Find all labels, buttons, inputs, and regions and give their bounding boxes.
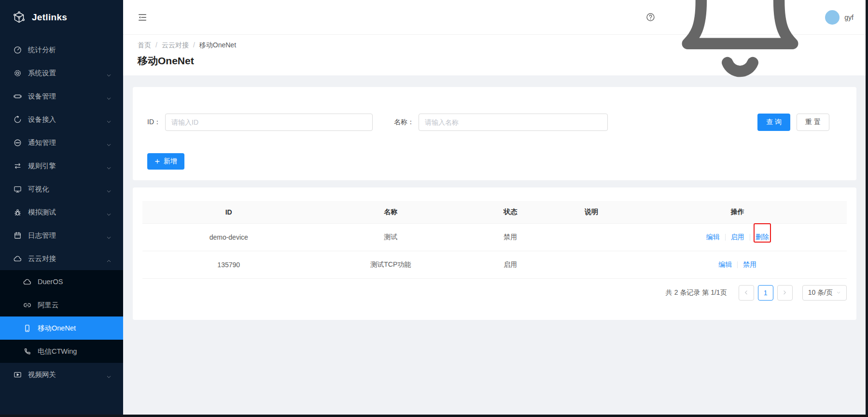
sidebar-item-log-management[interactable]: 日志管理 (0, 224, 123, 247)
sidebar-item-mobile-onenet[interactable]: 移动OneNet (0, 316, 123, 340)
notification-bell[interactable]: 99+ (668, 0, 812, 90)
reset-button[interactable]: 重 置 (797, 114, 829, 131)
action-delete[interactable]: 删除 (756, 233, 769, 241)
bell-icon (668, 83, 812, 90)
breadcrumb-item: 移动OneNet (199, 41, 236, 49)
sidebar-item-stats-analysis[interactable]: 统计分析 (0, 38, 123, 61)
chevron-down-icon (106, 373, 112, 376)
avatar[interactable] (825, 10, 840, 25)
action-enable[interactable]: 启用 (731, 233, 744, 241)
sidebar-item-device-management[interactable]: 设备管理 (0, 85, 123, 108)
column-header: 说明 (555, 201, 629, 223)
cell-name: 测试 (315, 223, 466, 251)
chevron-left-icon (744, 290, 748, 295)
sidebar-item-notification-management[interactable]: 通知管理 (0, 131, 123, 154)
chevron-right-icon (783, 290, 787, 295)
message-icon (14, 139, 22, 147)
action-edit[interactable]: 编辑 (706, 233, 720, 241)
column-header: 操作 (629, 201, 847, 223)
column-header: 名称 (315, 201, 466, 223)
prev-page-button[interactable] (739, 285, 754, 301)
phone-icon (23, 347, 31, 356)
app-window: Jetlinks 统计分析系统设置设备管理设备接入通知管理规则引擎可视化模拟测试… (0, 0, 868, 417)
access-icon (14, 115, 22, 124)
next-page-button[interactable] (777, 285, 793, 301)
query-button[interactable]: 查 询 (757, 114, 790, 131)
submenu-cloud-cloud-connect: DuerOS阿里云移动OneNet电信CTWing (0, 270, 123, 363)
column-header: ID (142, 201, 315, 223)
chevron-down-icon (106, 164, 112, 168)
sidebar-item-rule-engine[interactable]: 规则引擎 (0, 154, 123, 177)
table-card: ID名称状态说明操作 demo-device测试禁用编辑启用删除135790测试… (133, 187, 856, 320)
breadcrumb-item[interactable]: 云云对接 (162, 41, 189, 49)
main-area: 99+ gyf 首页/云云对接/移动OneNet 移动OneNet ID： 名称… (123, 0, 868, 417)
cell-id: 135790 (142, 251, 315, 278)
sidebar: Jetlinks 统计分析系统设置设备管理设备接入通知管理规则引擎可视化模拟测试… (0, 0, 123, 417)
cloud-icon (23, 278, 31, 286)
column-header: 状态 (466, 201, 554, 223)
sidebar-item-label: 云云对接 (28, 254, 106, 263)
name-input[interactable] (419, 114, 608, 131)
sidebar-item-system-settings[interactable]: 系统设置 (0, 61, 123, 85)
chevron-down-icon (106, 187, 112, 191)
add-button[interactable]: 新增 (147, 153, 184, 170)
table-row: demo-device测试禁用编辑启用删除 (142, 223, 847, 251)
sidebar-item-cloud-cloud-connect[interactable]: 云云对接 (0, 247, 123, 270)
chevron-down-icon (836, 291, 841, 294)
action-divider (737, 261, 738, 268)
data-table: ID名称状态说明操作 demo-device测试禁用编辑启用删除135790测试… (142, 201, 847, 279)
menu-fold-icon[interactable] (138, 13, 147, 22)
id-input[interactable] (165, 114, 373, 131)
action-divider (725, 234, 726, 241)
cell-name: 测试TCP功能 (315, 251, 466, 278)
gauge-icon (14, 46, 22, 54)
chevron-down-icon (106, 94, 112, 98)
table-body: demo-device测试禁用编辑启用删除135790测试TCP功能启用编辑禁用 (142, 223, 847, 278)
search-card: ID： 名称： 查 询 重 置 新增 (133, 87, 856, 180)
chevron-up-icon (106, 257, 112, 260)
sidebar-item-label: 设备管理 (28, 92, 106, 101)
cell-status: 启用 (466, 251, 554, 278)
breadcrumb-separator: / (193, 41, 195, 49)
page-size-value: 10 条/页 (808, 288, 833, 297)
cell-id: demo-device (142, 223, 315, 251)
action-divider (750, 234, 750, 241)
mobile-icon (23, 324, 31, 332)
sidebar-item-label: 设备接入 (28, 115, 106, 124)
action-edit[interactable]: 编辑 (718, 260, 732, 268)
sidebar-item-label: 可视化 (28, 185, 106, 194)
chevron-down-icon (106, 141, 112, 144)
app-title: Jetlinks (32, 12, 67, 23)
sidebar-item-video-gateway[interactable]: 视频网关 (0, 363, 123, 386)
page-size-select[interactable]: 10 条/页 (802, 285, 847, 301)
id-label: ID： (147, 118, 161, 127)
top-header: 99+ gyf (123, 0, 868, 35)
name-label: 名称： (394, 118, 414, 127)
cell-status: 禁用 (466, 223, 554, 251)
page-1-button[interactable]: 1 (758, 285, 773, 301)
sidebar-item-visualization[interactable]: 可视化 (0, 177, 123, 201)
sidebar-item-device-access[interactable]: 设备接入 (0, 108, 123, 131)
sidebar-item-dueros[interactable]: DuerOS (0, 270, 123, 293)
sidebar-item-telecom-ctwing[interactable]: 电信CTWing (0, 340, 123, 363)
sidebar-item-label: 系统设置 (28, 69, 106, 78)
question-icon[interactable] (646, 13, 655, 22)
sidebar-item-simulation-test[interactable]: 模拟测试 (0, 201, 123, 224)
sidebar-item-label: 移动OneNet (38, 324, 112, 333)
sidebar-item-label: 视频网关 (28, 370, 106, 379)
search-form: ID： 名称： 查 询 重 置 (147, 114, 829, 131)
table-header-row: ID名称状态说明操作 (142, 201, 847, 223)
sidebar-item-aliyun[interactable]: 阿里云 (0, 293, 123, 316)
app-logo[interactable]: Jetlinks (0, 0, 123, 35)
add-button-label: 新增 (164, 157, 177, 166)
sidebar-item-label: DuerOS (38, 278, 112, 286)
action-disable[interactable]: 禁用 (743, 260, 756, 268)
search-buttons: 查 询 重 置 (757, 114, 829, 131)
breadcrumb-item[interactable]: 首页 (138, 41, 151, 49)
rules-icon (14, 162, 22, 170)
chevron-down-icon (106, 210, 112, 214)
window-right-edge (866, 0, 868, 417)
window-bottom-edge (0, 415, 868, 417)
sidebar-item-label: 日志管理 (28, 231, 106, 240)
chevron-down-icon (106, 71, 112, 75)
